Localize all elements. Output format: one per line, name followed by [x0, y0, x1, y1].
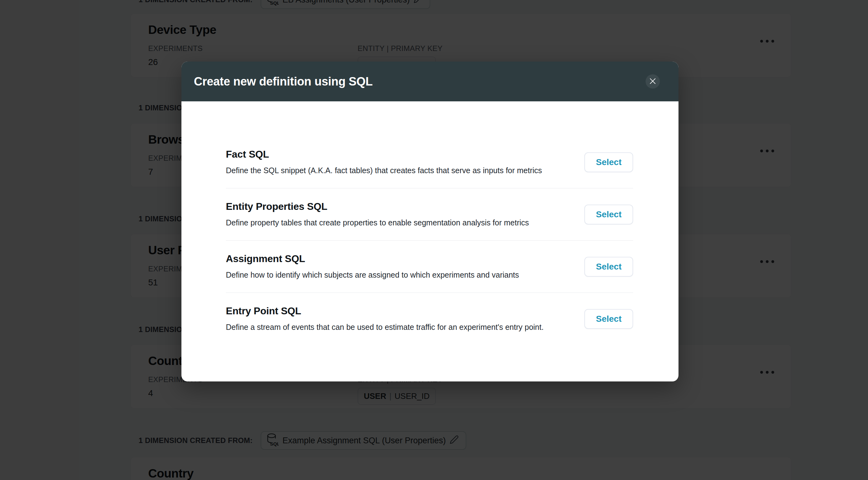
- option-description: Define property tables that create prope…: [226, 217, 529, 228]
- select-entry-point-sql-button[interactable]: Select: [584, 309, 633, 329]
- option-row-fact-sql: Fact SQL Define the SQL snippet (A.K.A. …: [226, 136, 633, 188]
- modal-header: Create new definition using SQL: [181, 62, 679, 101]
- option-title: Assignment SQL: [226, 253, 519, 265]
- select-fact-sql-button[interactable]: Select: [584, 152, 633, 172]
- close-icon: [649, 77, 657, 86]
- create-definition-modal: Create new definition using SQL Fact SQL…: [181, 62, 679, 382]
- option-description: Define a stream of events that can be us…: [226, 322, 544, 332]
- close-button[interactable]: [646, 74, 660, 89]
- option-row-entity-properties-sql: Entity Properties SQL Define property ta…: [226, 188, 633, 240]
- option-title: Entry Point SQL: [226, 305, 544, 317]
- option-title: Entity Properties SQL: [226, 201, 529, 212]
- option-description: Define how to identify which subjects ar…: [226, 270, 519, 280]
- select-entity-properties-sql-button[interactable]: Select: [584, 205, 633, 224]
- modal-title: Create new definition using SQL: [194, 75, 373, 88]
- option-description: Define the SQL snippet (A.K.A. fact tabl…: [226, 165, 542, 176]
- option-title: Fact SQL: [226, 149, 542, 160]
- select-assignment-sql-button[interactable]: Select: [584, 257, 633, 277]
- option-row-entry-point-sql: Entry Point SQL Define a stream of event…: [226, 293, 633, 345]
- option-row-assignment-sql: Assignment SQL Define how to identify wh…: [226, 240, 633, 293]
- modal-body: Fact SQL Define the SQL snippet (A.K.A. …: [181, 101, 679, 345]
